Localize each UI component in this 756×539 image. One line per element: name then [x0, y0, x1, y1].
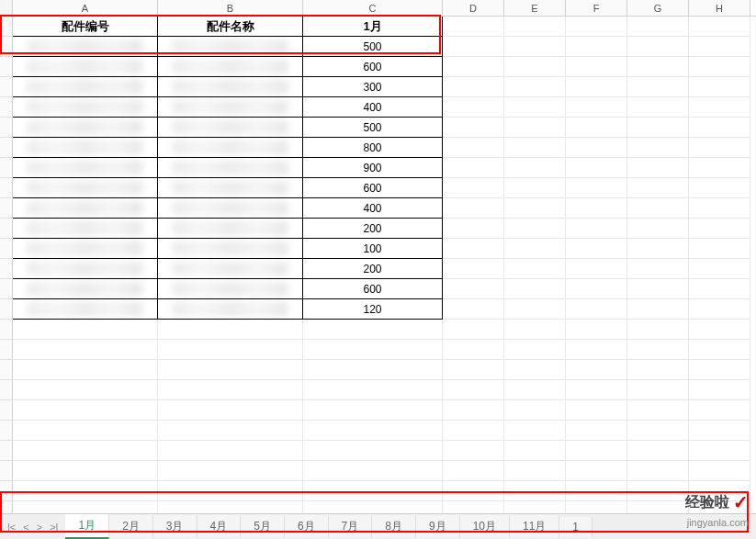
spreadsheet-grid[interactable]: 配件编号 配件名称 1月 500 600 300 — [0, 17, 756, 522]
data-cell-b[interactable] — [158, 178, 303, 198]
empty-cell[interactable] — [13, 481, 158, 501]
empty-cell[interactable] — [443, 421, 504, 441]
sheet-tab-4[interactable]: 4月 — [197, 515, 242, 538]
empty-cell[interactable] — [158, 481, 303, 501]
empty-cell[interactable] — [566, 57, 627, 77]
empty-cell[interactable] — [443, 380, 504, 400]
data-cell-a[interactable] — [13, 299, 158, 320]
empty-cell[interactable] — [158, 360, 303, 380]
empty-cell[interactable] — [566, 481, 627, 501]
row-header[interactable] — [0, 380, 13, 400]
empty-cell[interactable] — [303, 360, 443, 380]
data-cell-c[interactable]: 600 — [303, 279, 443, 299]
empty-cell[interactable] — [443, 178, 504, 198]
empty-cell[interactable] — [443, 77, 504, 97]
empty-cell[interactable] — [443, 400, 504, 421]
empty-cell[interactable] — [689, 400, 750, 421]
row-header[interactable] — [0, 360, 13, 380]
empty-cell[interactable] — [689, 178, 750, 198]
data-cell-c[interactable]: 600 — [303, 178, 443, 198]
empty-cell[interactable] — [13, 441, 158, 461]
empty-cell[interactable] — [303, 380, 443, 400]
empty-cell[interactable] — [627, 421, 689, 441]
empty-cell[interactable] — [504, 279, 566, 299]
tab-nav-first-icon[interactable]: |< — [6, 522, 17, 533]
empty-cell[interactable] — [566, 239, 627, 259]
empty-cell[interactable] — [689, 158, 750, 178]
data-cell-a[interactable] — [13, 118, 158, 138]
empty-cell[interactable] — [504, 158, 566, 178]
empty-cell[interactable] — [566, 158, 627, 178]
empty-cell[interactable] — [443, 138, 504, 158]
empty-cell[interactable] — [627, 259, 689, 279]
empty-cell[interactable] — [504, 138, 566, 158]
empty-cell[interactable] — [158, 320, 303, 340]
empty-cell[interactable] — [504, 198, 566, 219]
empty-cell[interactable] — [504, 481, 566, 501]
sheet-tab-3[interactable]: 3月 — [153, 515, 197, 538]
header-cell-a[interactable]: 配件编号 — [13, 17, 158, 37]
empty-cell[interactable] — [13, 400, 158, 421]
empty-cell[interactable] — [689, 57, 750, 77]
row-header[interactable] — [0, 320, 13, 340]
empty-cell[interactable] — [443, 239, 504, 259]
data-cell-b[interactable] — [158, 118, 303, 138]
empty-cell[interactable] — [566, 37, 627, 57]
empty-cell[interactable] — [689, 239, 750, 259]
empty-cell[interactable] — [504, 17, 566, 37]
empty-cell[interactable] — [627, 138, 689, 158]
data-cell-a[interactable] — [13, 178, 158, 198]
empty-cell[interactable] — [627, 461, 689, 481]
data-cell-b[interactable] — [158, 158, 303, 178]
data-cell-c[interactable]: 500 — [303, 37, 443, 57]
data-cell-a[interactable] — [13, 198, 158, 219]
empty-cell[interactable] — [158, 400, 303, 421]
empty-cell[interactable] — [689, 17, 750, 37]
empty-cell[interactable] — [566, 219, 627, 239]
empty-cell[interactable] — [566, 461, 627, 481]
empty-cell[interactable] — [443, 198, 504, 219]
sheet-tab-11[interactable]: 11月 — [510, 515, 559, 538]
empty-cell[interactable] — [443, 219, 504, 239]
data-cell-a[interactable] — [13, 77, 158, 97]
empty-cell[interactable] — [504, 380, 566, 400]
data-cell-b[interactable] — [158, 37, 303, 57]
data-cell-c[interactable]: 400 — [303, 198, 443, 219]
empty-cell[interactable] — [504, 360, 566, 380]
empty-cell[interactable] — [303, 421, 443, 441]
empty-cell[interactable] — [443, 481, 504, 501]
tab-nav-last-icon[interactable]: >| — [48, 522, 60, 533]
row-header[interactable] — [0, 158, 13, 178]
col-header-e[interactable]: E — [504, 0, 566, 16]
empty-cell[interactable] — [627, 279, 689, 299]
header-cell-c[interactable]: 1月 — [303, 17, 443, 37]
empty-cell[interactable] — [504, 178, 566, 198]
empty-cell[interactable] — [504, 77, 566, 97]
empty-cell[interactable] — [443, 299, 504, 320]
data-cell-c[interactable]: 900 — [303, 158, 443, 178]
data-cell-b[interactable] — [158, 219, 303, 239]
empty-cell[interactable] — [689, 97, 750, 118]
empty-cell[interactable] — [627, 178, 689, 198]
empty-cell[interactable] — [627, 340, 689, 360]
empty-cell[interactable] — [443, 360, 504, 380]
empty-cell[interactable] — [13, 360, 158, 380]
row-header[interactable] — [0, 97, 13, 118]
empty-cell[interactable] — [689, 461, 750, 481]
empty-cell[interactable] — [504, 461, 566, 481]
empty-cell[interactable] — [689, 421, 750, 441]
empty-cell[interactable] — [627, 37, 689, 57]
empty-cell[interactable] — [689, 138, 750, 158]
row-header[interactable] — [0, 340, 13, 360]
empty-cell[interactable] — [504, 219, 566, 239]
empty-cell[interactable] — [504, 259, 566, 279]
empty-cell[interactable] — [443, 279, 504, 299]
empty-cell[interactable] — [689, 37, 750, 57]
data-cell-a[interactable] — [13, 158, 158, 178]
empty-cell[interactable] — [627, 380, 689, 400]
empty-cell[interactable] — [566, 279, 627, 299]
empty-cell[interactable] — [443, 158, 504, 178]
empty-cell[interactable] — [566, 17, 627, 37]
data-cell-b[interactable] — [158, 77, 303, 97]
data-cell-b[interactable] — [158, 259, 303, 279]
